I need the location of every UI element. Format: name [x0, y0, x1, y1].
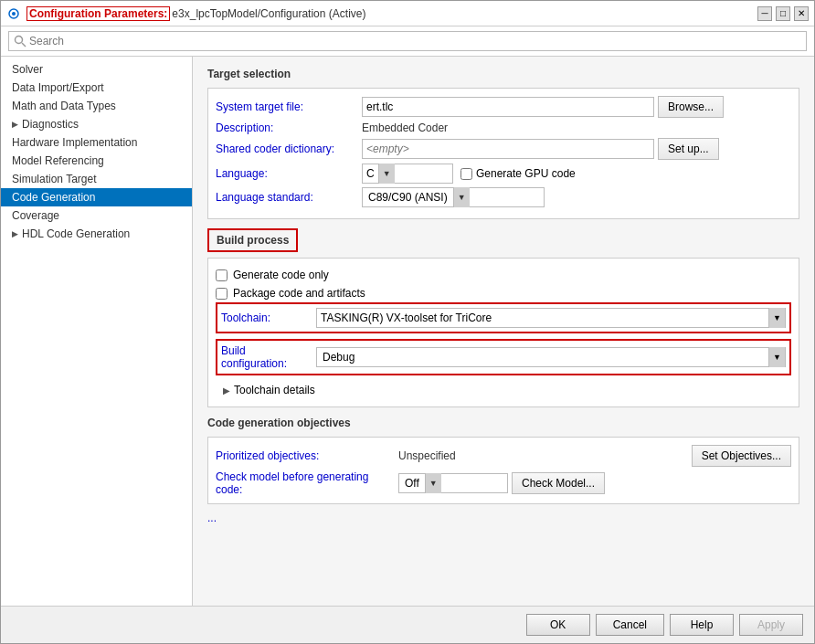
sidebar-item-coverage[interactable]: Coverage — [1, 206, 192, 225]
minimize-button[interactable]: ─ — [757, 6, 772, 21]
package-code-row: Package code and artifacts — [216, 284, 791, 302]
sidebar-label-hdl: HDL Code Generation — [22, 227, 130, 240]
sidebar-label-coverage: Coverage — [12, 209, 59, 222]
shared-coder-input[interactable] — [362, 139, 654, 159]
right-panel: Target selection System target file: Bro… — [193, 57, 814, 606]
language-row: Language: C ▼ Generate GPU code — [216, 164, 791, 184]
description-label: Description: — [216, 121, 362, 134]
set-objectives-button[interactable]: Set Objectives... — [692, 445, 791, 467]
apply-button[interactable]: Apply — [739, 614, 803, 636]
sidebar-item-sim-target[interactable]: Simulation Target — [1, 170, 192, 188]
sidebar-item-solver[interactable]: Solver — [1, 60, 192, 79]
system-target-row: System target file: Browse... — [216, 96, 791, 118]
sidebar-item-hdl[interactable]: HDL Code Generation — [1, 225, 192, 243]
generate-code-only-checkbox[interactable] — [216, 269, 228, 281]
language-standard-arrow[interactable]: ▼ — [453, 187, 470, 207]
sidebar: Solver Data Import/Export Math and Data … — [1, 57, 193, 606]
title-bar: Configuration Parameters: e3x_lpcTopMode… — [1, 1, 814, 26]
sidebar-item-data-import[interactable]: Data Import/Export — [1, 79, 192, 97]
language-dropdown-arrow[interactable]: ▼ — [378, 164, 395, 184]
toolchain-select[interactable]: TASKING(R) VX-toolset for TriCore ▼ — [316, 308, 786, 328]
check-model-value[interactable]: Off — [399, 475, 425, 491]
prioritized-value: Unspecified — [398, 449, 692, 462]
check-model-button[interactable]: Check Model... — [512, 472, 605, 494]
check-model-label: Check model before generating code: — [216, 470, 398, 496]
generate-code-only-label: Generate code only — [233, 269, 329, 281]
check-model-row: Check model before generating code: Off … — [216, 470, 791, 496]
sidebar-item-hardware[interactable]: Hardware Implementation — [1, 133, 192, 152]
sidebar-item-math[interactable]: Math and Data Types — [1, 97, 192, 115]
toolchain-row: Toolchain: TASKING(R) VX-toolset for Tri… — [216, 302, 791, 333]
toolchain-details-row[interactable]: ▶ Toolchain details — [216, 381, 791, 399]
sidebar-item-model-ref[interactable]: Model Referencing — [1, 152, 192, 170]
title-bar-left: Configuration Parameters: e3x_lpcTopMode… — [6, 6, 757, 21]
sidebar-label-diagnostics: Diagnostics — [22, 118, 79, 131]
sidebar-label-math: Math and Data Types — [12, 100, 116, 112]
code-gen-objectives-box: Prioritized objectives: Unspecified Set … — [207, 437, 799, 504]
search-bar — [1, 26, 814, 57]
sidebar-label-code-gen: Code Generation — [12, 191, 95, 204]
footer: OK Cancel Help Apply — [1, 606, 814, 643]
prioritized-label: Prioritized objectives: — [216, 449, 398, 462]
help-button[interactable]: Help — [670, 614, 734, 636]
system-target-input[interactable] — [362, 97, 654, 117]
shared-coder-row: Shared coder dictionary: Set up... — [216, 138, 791, 160]
svg-point-1 — [12, 12, 16, 16]
generate-gpu-checkbox[interactable] — [460, 168, 472, 180]
language-standard-row: Language standard: C89/C90 (ANSI) ▼ — [216, 187, 791, 207]
maximize-button[interactable]: □ — [776, 6, 790, 21]
title-highlight: Configuration Parameters: — [26, 6, 170, 21]
setup-button[interactable]: Set up... — [658, 138, 719, 160]
cancel-button[interactable]: Cancel — [596, 614, 664, 636]
description-value: Embedded Coder — [362, 121, 448, 134]
app-icon — [6, 6, 21, 21]
build-config-label: Build configuration: — [221, 344, 312, 370]
sidebar-label-hardware: Hardware Implementation — [12, 136, 137, 149]
gpu-checkbox-row: Generate GPU code — [460, 167, 576, 180]
search-input[interactable] — [8, 31, 807, 51]
build-process-title: Build process — [207, 228, 298, 252]
language-standard-text[interactable]: C89/C90 (ANSI) — [363, 189, 453, 206]
package-code-checkbox[interactable] — [216, 288, 228, 300]
target-selection-title: Target selection — [207, 68, 799, 80]
sidebar-item-code-gen[interactable]: Code Generation — [1, 188, 192, 206]
generate-code-only-row: Generate code only — [216, 266, 791, 284]
language-standard-label: Language standard: — [216, 191, 362, 204]
toolchain-details-label: Toolchain details — [234, 384, 315, 396]
title-path: e3x_lpcTopModel/Configuration (Active) — [172, 7, 365, 20]
toolchain-details-arrow: ▶ — [223, 385, 230, 396]
build-config-value: Debug — [317, 349, 768, 365]
shared-coder-label: Shared coder dictionary: — [216, 143, 362, 155]
check-model-dropdown-arrow[interactable]: ▼ — [425, 473, 441, 493]
toolchain-label: Toolchain: — [221, 311, 312, 324]
build-config-dropdown-arrow[interactable]: ▼ — [768, 347, 785, 367]
package-code-label: Package code and artifacts — [233, 287, 365, 300]
toolchain-dropdown-arrow[interactable]: ▼ — [768, 308, 785, 328]
code-gen-objectives-section: Code generation objectives Prioritized o… — [207, 417, 799, 524]
main-window: Configuration Parameters: e3x_lpcTopMode… — [0, 0, 815, 644]
more-options-link[interactable]: ... — [207, 512, 799, 524]
sidebar-item-diagnostics[interactable]: Diagnostics — [1, 115, 192, 133]
description-row: Description: Embedded Coder — [216, 121, 791, 134]
window-controls: ─ □ ✕ — [757, 6, 809, 21]
language-label: Language: — [216, 167, 362, 180]
prioritized-objectives-row: Prioritized objectives: Unspecified Set … — [216, 445, 791, 467]
generate-gpu-label: Generate GPU code — [476, 167, 576, 180]
code-gen-objectives-title: Code generation objectives — [207, 417, 799, 429]
ok-button[interactable]: OK — [526, 614, 590, 636]
main-content: Solver Data Import/Export Math and Data … — [1, 57, 814, 606]
sidebar-label-model-ref: Model Referencing — [12, 154, 104, 167]
close-button[interactable]: ✕ — [794, 6, 809, 21]
toolchain-value: TASKING(R) VX-toolset for TriCore — [317, 310, 768, 326]
language-select-text[interactable]: C — [363, 165, 378, 182]
sidebar-label-data-import: Data Import/Export — [12, 81, 104, 94]
sidebar-label-solver: Solver — [12, 63, 43, 76]
system-target-label: System target file: — [216, 100, 362, 113]
browse-button[interactable]: Browse... — [658, 96, 724, 118]
build-config-row: Build configuration: Debug ▼ — [216, 339, 791, 375]
sidebar-label-sim-target: Simulation Target — [12, 173, 97, 185]
